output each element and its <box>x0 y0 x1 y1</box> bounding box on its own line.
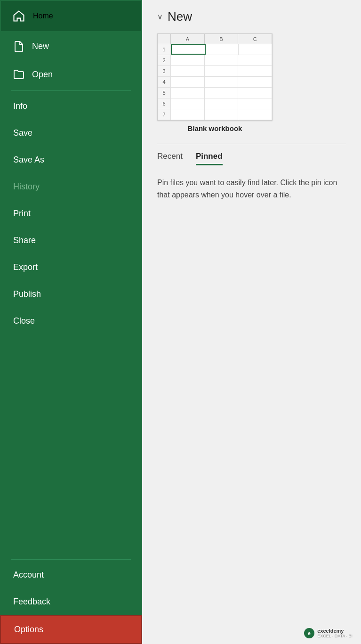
open-folder-icon <box>13 69 24 80</box>
sidebar-item-label: History <box>13 182 40 192</box>
corner-cell <box>158 34 171 44</box>
workbook-preview: A B C 1 2 <box>157 33 273 121</box>
sidebar-item-save-as[interactable]: Save As <box>0 147 142 173</box>
pinned-info-text: Pin files you want to easily find later.… <box>142 167 361 210</box>
new-section-header: ∨ New <box>142 0 361 29</box>
col-header-a: A <box>171 34 205 44</box>
divider-2 <box>11 559 131 560</box>
sidebar-item-label: Export <box>13 262 38 272</box>
sidebar-item-feedback[interactable]: Feedback <box>0 588 142 615</box>
tabs-row: Recent Pinned <box>142 152 361 165</box>
sidebar-item-open[interactable]: Open <box>0 60 142 89</box>
workbook-header: A B C <box>158 34 272 44</box>
tab-pinned[interactable]: Pinned <box>196 152 223 165</box>
sidebar-item-label: Open <box>32 70 53 80</box>
templates-area: A B C 1 2 <box>142 29 361 142</box>
sidebar-item-label: Share <box>13 236 36 245</box>
sidebar-item-options[interactable]: Options <box>0 615 142 644</box>
sidebar-item-info[interactable]: Info <box>0 93 142 120</box>
sidebar-item-label: Feedback <box>13 597 50 607</box>
sidebar: Home New Open Info Save Save As History … <box>0 0 142 644</box>
sidebar-item-label: Options <box>14 625 43 635</box>
col-header-c: C <box>238 34 272 44</box>
sidebar-item-home[interactable]: Home <box>0 0 142 32</box>
sidebar-item-label: Close <box>13 316 35 326</box>
page-title: New <box>168 9 192 24</box>
new-file-icon <box>13 41 24 52</box>
home-label: Home <box>33 12 53 20</box>
logo-sub: EXCEL · DATA · BI <box>317 634 353 638</box>
sidebar-item-publish[interactable]: Publish <box>0 281 142 308</box>
sidebar-item-history: History <box>0 173 142 200</box>
blank-workbook-label: Blank workbook <box>188 124 242 132</box>
sidebar-item-label: Save <box>13 128 32 138</box>
sidebar-item-label: New <box>32 41 49 51</box>
col-header-b: B <box>205 34 239 44</box>
wb-row-3: 3 <box>158 66 272 77</box>
sidebar-item-share[interactable]: Share <box>0 227 142 254</box>
logo-text: exceldemy <box>317 628 353 634</box>
sidebar-item-print[interactable]: Print <box>0 200 142 227</box>
tab-recent[interactable]: Recent <box>157 152 183 165</box>
sidebar-item-account[interactable]: Account <box>0 562 142 588</box>
sidebar-item-label: Info <box>13 101 27 111</box>
sidebar-item-label: Publish <box>13 289 41 299</box>
sidebar-item-export[interactable]: Export <box>0 254 142 281</box>
sidebar-spacer <box>0 334 142 557</box>
wb-row-2: 2 <box>158 55 272 66</box>
workbook-body: 1 2 3 <box>158 44 272 120</box>
sidebar-item-save[interactable]: Save <box>0 120 142 147</box>
wb-row-4: 4 <box>158 77 272 88</box>
chevron-down-icon: ∨ <box>157 12 163 21</box>
svg-text:e: e <box>308 631 311 636</box>
home-icon <box>12 9 25 23</box>
logo-icon: e <box>304 628 314 638</box>
sidebar-item-label: Print <box>13 209 31 219</box>
blank-workbook-card[interactable]: A B C 1 2 <box>157 33 273 132</box>
divider-1 <box>11 90 131 91</box>
wb-row-1: 1 <box>158 44 272 55</box>
sidebar-item-label: Save As <box>13 155 44 165</box>
section-divider <box>157 144 346 144</box>
main-content: ∨ New A B C 1 <box>142 0 361 644</box>
wb-row-6: 6 <box>158 98 272 109</box>
sidebar-item-label: Account <box>13 570 44 580</box>
wb-row-7: 7 <box>158 109 272 120</box>
exceldemy-logo: e exceldemy EXCEL · DATA · BI <box>304 628 353 638</box>
sidebar-item-new[interactable]: New <box>0 32 142 60</box>
wb-row-5: 5 <box>158 88 272 98</box>
sidebar-item-close[interactable]: Close <box>0 308 142 334</box>
